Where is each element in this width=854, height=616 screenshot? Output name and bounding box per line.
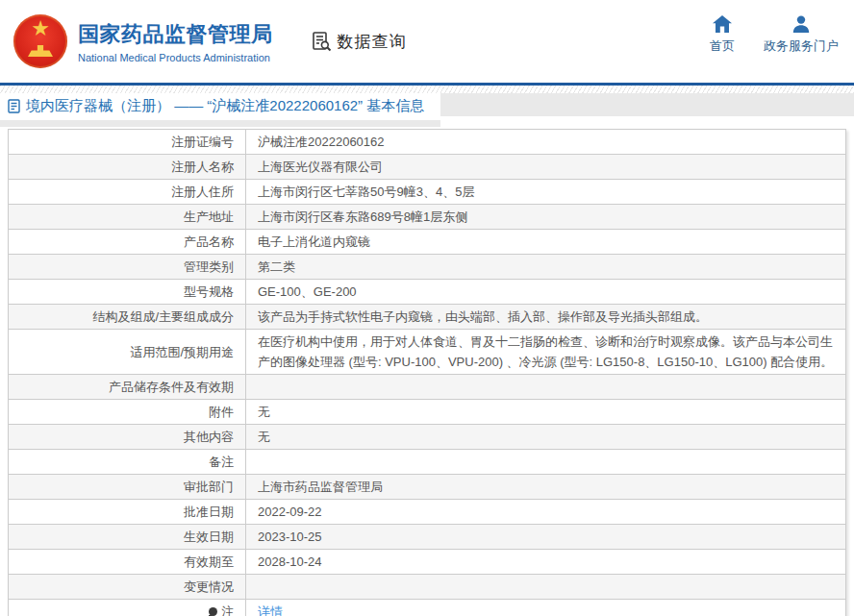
table-row: 备注	[9, 450, 846, 475]
field-label: 附件	[9, 400, 246, 425]
field-value: 2022-09-22	[246, 500, 846, 525]
table-row: 其他内容无	[9, 425, 846, 450]
field-label: 注	[9, 600, 246, 616]
table-row: 附件无	[9, 400, 846, 425]
field-label: 审批部门	[9, 475, 246, 500]
field-value: 上海医光仪器有限公司	[246, 155, 846, 180]
table-row: 产品储存条件及有效期	[9, 375, 846, 400]
home-icon	[713, 15, 732, 33]
field-label: 结构及组成/主要组成成分	[9, 305, 246, 330]
site-title: 国家药品监督管理局	[78, 20, 273, 49]
field-label: 生效日期	[9, 525, 246, 550]
table-row: 注册人名称上海医光仪器有限公司	[9, 155, 846, 180]
document-icon	[8, 99, 20, 113]
nav-gov-portal-label: 政务服务门户	[764, 37, 839, 55]
breadcrumb-underline	[0, 120, 440, 127]
table-row: 结构及组成/主要组成成分该产品为手持式软性电子内窥镜，由头端部、插入部、操作部及…	[9, 305, 846, 330]
field-value: 电子上消化道内窥镜	[246, 230, 846, 255]
table-row: 注册人住所上海市闵行区七莘路50号9幢3、4、5层	[9, 180, 846, 205]
field-value: 上海市药品监督管理局	[246, 475, 846, 500]
table-row: 注册证编号沪械注准20222060162	[9, 130, 846, 155]
note-balloon-icon	[209, 607, 217, 616]
data-query-section[interactable]: 数据查询	[310, 30, 407, 53]
data-query-label: 数据查询	[338, 31, 407, 53]
field-value: 上海市闵行区七莘路50号9幢3、4、5层	[246, 180, 846, 205]
field-value: 上海市闵行区春东路689号8幢1层东侧	[246, 205, 846, 230]
field-label: 产品名称	[9, 230, 246, 255]
field-value: 无	[246, 425, 846, 450]
field-value: 2023-10-25	[246, 525, 846, 550]
field-label: 管理类别	[9, 255, 246, 280]
breadcrumb-bar-fill	[440, 93, 854, 116]
detail-link[interactable]: 详情	[258, 604, 283, 616]
field-value	[246, 450, 846, 475]
site-subtitle: National Medical Products Administration	[78, 52, 273, 63]
table-row: 注详情	[9, 600, 846, 616]
field-label: 有效期至	[9, 550, 246, 575]
field-label: 备注	[9, 450, 246, 475]
breadcrumb: 境内医疗器械（注册） —— “沪械注准20222060162” 基本信息	[8, 97, 424, 115]
field-value: 详情	[246, 600, 846, 616]
user-icon	[791, 15, 811, 33]
field-label: 变更情况	[9, 575, 246, 600]
field-label: 适用范围/预期用途	[9, 330, 246, 375]
table-row: 管理类别第二类	[9, 255, 846, 280]
page: ★ 国家药品监督管理局 National Medical Products Ad…	[0, 0, 854, 616]
field-value: GE-100、GE-200	[246, 280, 846, 305]
document-search-icon	[310, 30, 333, 53]
top-nav: 首页 政务服务门户	[710, 15, 839, 55]
nav-gov-portal[interactable]: 政务服务门户	[764, 15, 839, 55]
field-value: 第二类	[246, 255, 846, 280]
site-logo[interactable]: ★ 国家药品监督管理局 National Medical Products Ad…	[13, 14, 273, 68]
table-row: 生效日期2023-10-25	[9, 525, 846, 550]
field-value: 无	[246, 400, 846, 425]
field-label: 产品储存条件及有效期	[9, 375, 246, 400]
field-value: 沪械注准20222060162	[246, 130, 846, 155]
table-row: 适用范围/预期用途在医疗机构中使用，用于对人体食道、胃及十二指肠的检查、诊断和治…	[9, 330, 846, 375]
table-row: 生产地址上海市闵行区春东路689号8幢1层东侧	[9, 205, 846, 230]
nav-home[interactable]: 首页	[710, 15, 735, 55]
table-row: 审批部门上海市药品监督管理局	[9, 475, 846, 500]
hatched-band	[0, 86, 854, 93]
field-label: 注册证编号	[9, 130, 246, 155]
field-label: 生产地址	[9, 205, 246, 230]
table-row: 批准日期2022-09-22	[9, 500, 846, 525]
table-row: 产品名称电子上消化道内窥镜	[9, 230, 846, 255]
china-national-emblem-icon: ★	[13, 14, 67, 68]
table-row: 有效期至2028-10-24	[9, 550, 846, 575]
table-body: 注册证编号沪械注准20222060162注册人名称上海医光仪器有限公司注册人住所…	[9, 130, 846, 616]
field-label: 注册人住所	[9, 180, 246, 205]
field-label: 型号规格	[9, 280, 246, 305]
nav-home-label: 首页	[710, 37, 735, 55]
field-label: 注册人名称	[9, 155, 246, 180]
field-label: 批准日期	[9, 500, 246, 525]
field-value: 2028-10-24	[246, 550, 846, 575]
field-label: 其他内容	[9, 425, 246, 450]
registration-info-table: 注册证编号沪械注准20222060162注册人名称上海医光仪器有限公司注册人住所…	[8, 129, 846, 616]
field-value: 在医疗机构中使用，用于对人体食道、胃及十二指肠的检查、诊断和治疗时观察成像。该产…	[246, 330, 846, 375]
site-header: ★ 国家药品监督管理局 National Medical Products Ad…	[0, 0, 854, 83]
field-value	[246, 375, 846, 400]
field-value	[246, 575, 846, 600]
breadcrumb-bar: 境内医疗器械（注册） —— “沪械注准20222060162” 基本信息	[0, 93, 854, 127]
table-row: 型号规格GE-100、GE-200	[9, 280, 846, 305]
breadcrumb-text: 境内医疗器械（注册） —— “沪械注准20222060162” 基本信息	[26, 97, 424, 115]
table-row: 变更情况	[9, 575, 846, 600]
field-value: 该产品为手持式软性电子内窥镜，由头端部、插入部、操作部及导光插头部组成。	[246, 305, 846, 330]
